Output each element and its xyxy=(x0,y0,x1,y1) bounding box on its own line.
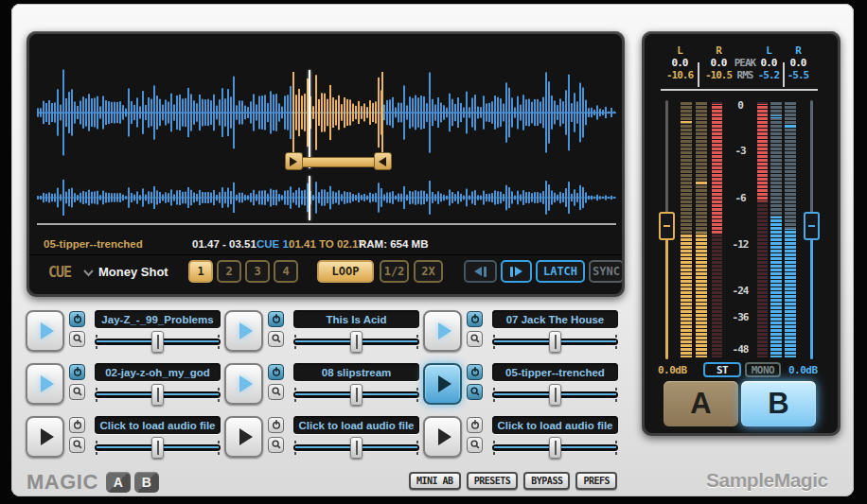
volume-slider[interactable] xyxy=(95,384,221,405)
track-name-display[interactable]: 08 slipstream xyxy=(293,363,419,381)
cue-bar: CUE Money Shot 1234 LOOP 1/2 2X LATCH SY… xyxy=(29,254,622,294)
power-button[interactable] xyxy=(467,364,483,380)
db-scale-label: -6 xyxy=(734,192,745,204)
power-icon xyxy=(469,364,481,381)
play-icon xyxy=(41,322,54,339)
power-button[interactable] xyxy=(467,417,483,433)
cue-button-2[interactable]: 2 xyxy=(217,260,241,283)
slider-handle[interactable] xyxy=(151,331,164,353)
zoom-loupe-button[interactable] xyxy=(69,331,85,347)
track-name-display[interactable]: Click to load audio file xyxy=(492,416,618,434)
rms-value-b-l: -5.2 xyxy=(758,69,780,81)
power-button[interactable] xyxy=(69,417,85,433)
mini-ab-button[interactable]: MINI AB xyxy=(409,472,461,490)
zoom-loupe-button[interactable] xyxy=(69,437,85,453)
power-button[interactable] xyxy=(467,311,483,327)
volume-slider[interactable] xyxy=(293,437,419,458)
rms-label: RMS xyxy=(737,69,753,81)
zoom-loupe-button[interactable] xyxy=(268,331,284,347)
meter-b-left xyxy=(770,102,782,357)
slider-handle[interactable] xyxy=(151,437,164,459)
cue-button-3[interactable]: 3 xyxy=(245,260,270,283)
presets-button[interactable]: PRESETS xyxy=(467,472,519,490)
magnifier-icon xyxy=(72,331,83,348)
loop-button[interactable]: LOOP xyxy=(317,260,374,283)
track-name-display[interactable]: This Is Acid xyxy=(293,310,419,328)
track-name-display[interactable]: Click to load audio file xyxy=(293,416,419,434)
cue-button-4[interactable]: 4 xyxy=(274,260,298,283)
play-button[interactable] xyxy=(26,363,64,405)
play-button[interactable] xyxy=(224,310,263,352)
volume-slider[interactable] xyxy=(95,437,221,458)
slider-handle[interactable] xyxy=(549,384,561,406)
play-button[interactable] xyxy=(423,363,462,405)
track-name-display[interactable]: 05-tipper--trenched xyxy=(492,363,618,381)
double-speed-button[interactable]: 2X xyxy=(414,260,443,283)
play-button[interactable] xyxy=(26,310,64,352)
magnifier-icon xyxy=(72,384,83,401)
bypass-button[interactable]: BYPASS xyxy=(523,472,570,490)
volume-slider[interactable] xyxy=(293,331,419,352)
power-button[interactable] xyxy=(268,311,284,327)
slider-handle[interactable] xyxy=(549,331,561,353)
meter-a-left xyxy=(681,102,692,357)
track-name-display[interactable]: Jay-Z_-_99_Problems xyxy=(95,310,221,328)
slider-handle[interactable] xyxy=(151,384,164,406)
chevron-down-icon[interactable] xyxy=(82,269,95,277)
info-divider xyxy=(37,223,616,225)
select-b-button[interactable]: B xyxy=(741,381,816,426)
half-speed-button[interactable]: 1/2 xyxy=(380,260,409,283)
zoom-loupe-button[interactable] xyxy=(268,437,284,453)
zoom-loupe-button[interactable] xyxy=(268,384,284,400)
play-button[interactable] xyxy=(224,363,263,405)
zoom-loupe-button[interactable] xyxy=(467,437,483,453)
volume-slider[interactable] xyxy=(492,384,618,405)
zoom-loupe-button[interactable] xyxy=(467,331,483,347)
slider-handle[interactable] xyxy=(350,384,363,406)
cue-button-1[interactable]: 1 xyxy=(188,260,213,283)
player-slot-4: 02-jay-z-oh_my_god xyxy=(26,363,219,405)
power-button[interactable] xyxy=(268,417,284,433)
volume-slider[interactable] xyxy=(95,331,221,352)
slider-handle[interactable] xyxy=(350,331,363,353)
gain-readout-a: 0.0dB xyxy=(658,364,687,376)
play-button[interactable] xyxy=(423,310,462,352)
gain-fader-b[interactable] xyxy=(804,212,820,240)
prefs-button[interactable]: PREFS xyxy=(575,472,617,490)
play-button[interactable] xyxy=(26,416,64,458)
zoom-loupe-button[interactable] xyxy=(69,384,85,400)
track-name-display[interactable]: 07 Jack The House xyxy=(492,310,618,328)
nudge-forward-button[interactable] xyxy=(501,260,532,283)
slider-handle[interactable] xyxy=(549,437,561,459)
loop-end-handle[interactable] xyxy=(374,152,392,170)
play-icon xyxy=(438,322,451,339)
select-a-button[interactable]: A xyxy=(664,381,738,426)
gain-fader-a[interactable] xyxy=(659,212,675,240)
power-button[interactable] xyxy=(268,364,284,380)
track-name-display[interactable]: 02-jay-z-oh_my_god xyxy=(95,363,221,381)
volume-slider[interactable] xyxy=(293,384,419,405)
play-button[interactable] xyxy=(224,416,263,458)
slider-handle[interactable] xyxy=(350,437,363,459)
nudge-back-button[interactable] xyxy=(464,260,497,283)
latch-button[interactable]: LATCH xyxy=(536,260,585,283)
track-name-display[interactable]: Click to load audio file xyxy=(95,416,221,434)
db-scale-label: 0 xyxy=(737,99,743,112)
magnifier-icon xyxy=(469,384,481,401)
power-button[interactable] xyxy=(69,311,85,327)
stereo-button[interactable]: ST xyxy=(703,362,741,377)
zoom-loupe-button[interactable] xyxy=(467,384,483,400)
mono-button[interactable]: MONO xyxy=(745,362,781,377)
current-track-name: 05-tipper--trenched xyxy=(44,238,143,250)
meter-a-right xyxy=(696,102,707,357)
play-button[interactable] xyxy=(423,416,462,458)
sync-button[interactable]: SYNC xyxy=(589,260,622,283)
play-icon xyxy=(438,428,451,445)
power-button[interactable] xyxy=(69,364,85,380)
volume-slider[interactable] xyxy=(492,437,618,458)
loop-start-handle[interactable] xyxy=(285,152,303,170)
cue-preset-name[interactable]: Money Shot xyxy=(98,265,168,279)
volume-slider[interactable] xyxy=(492,331,618,352)
magnifier-icon xyxy=(469,331,481,348)
loop-region-bar[interactable] xyxy=(301,157,377,167)
